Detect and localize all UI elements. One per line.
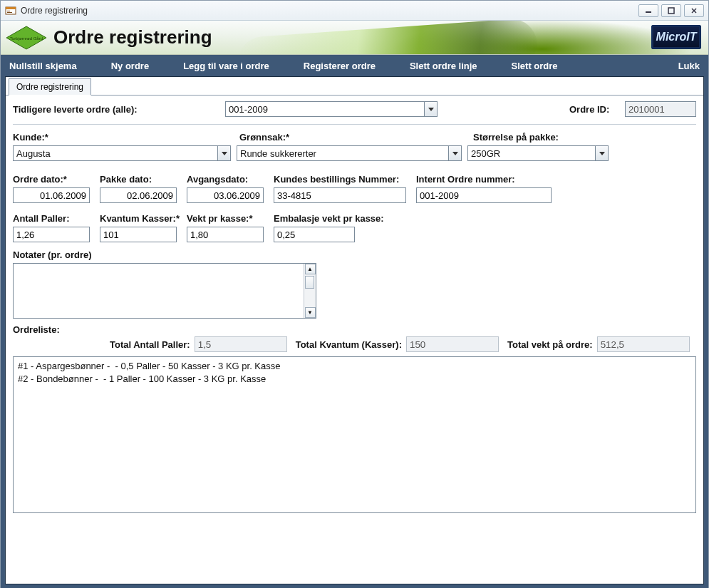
storrelse-label: Størrelse på pakke: — [473, 132, 559, 143]
totals-row: Total Antall Paller: Total Kvantum (Kass… — [13, 336, 696, 352]
embalasje-label: Embalasje vekt pr kasse: — [274, 213, 384, 224]
notater-label: Notater (pr. ordre) — [13, 249, 92, 260]
window: Ordre registrering Torbjørnrød Gård Ordr… — [0, 0, 709, 588]
svg-rect-4 — [646, 11, 651, 13]
page-title: Ordre registrering — [53, 26, 212, 48]
tidligere-select[interactable]: 001-2009 — [225, 101, 438, 117]
storrelse-value: 250GR — [468, 148, 595, 159]
ordredato-field[interactable] — [13, 187, 90, 203]
brand-logo: MicroIT — [651, 25, 701, 49]
pakkedato-field[interactable] — [100, 187, 177, 203]
paller-field[interactable] — [13, 227, 90, 242]
kvantum-field[interactable] — [100, 227, 177, 242]
chevron-down-icon[interactable] — [424, 102, 437, 116]
paller-label: Antall Paller: — [13, 213, 90, 224]
logo-text: Torbjørnrød Gård — [10, 36, 43, 41]
best-field[interactable] — [274, 187, 406, 203]
maximize-button[interactable] — [661, 4, 681, 17]
svg-rect-1 — [6, 7, 16, 9]
gronnsak-select[interactable]: Runde sukkererter — [237, 145, 462, 161]
tot-paller-field — [195, 336, 287, 352]
vekt-label: Vekt pr kasse:* — [187, 213, 264, 224]
titlebar: Ordre registrering — [1, 1, 708, 21]
orderlist-box[interactable]: #1 - Aspargesbønner - - 0,5 Paller - 50 … — [13, 356, 696, 513]
kunde-label: Kunde:* — [13, 132, 234, 143]
chevron-down-icon[interactable] — [595, 146, 608, 160]
registerer-ordre-button[interactable]: Registerer ordre — [304, 61, 376, 71]
scroll-thumb[interactable] — [305, 276, 314, 289]
ordreid-field — [625, 101, 696, 117]
ordreid-label: Ordre ID: — [569, 104, 619, 115]
pakkedato-label: Pakke dato: — [100, 174, 177, 185]
internt-label: Internt Ordre nummer: — [416, 174, 515, 185]
chevron-down-icon[interactable] — [217, 146, 230, 160]
gronnsak-value: Runde sukkererter — [237, 148, 448, 159]
form-area: Tidligere leverte ordre (alle): 001-2009… — [6, 96, 703, 520]
tab-strip: Ordre registrering — [6, 77, 703, 96]
avgangsdato-field[interactable] — [187, 187, 264, 203]
tidligere-label: Tidligere leverte ordre (alle): — [13, 104, 219, 115]
list-item[interactable]: #2 - Bondebønner - - 1 Paller - 100 Kass… — [18, 373, 691, 386]
vekt-field[interactable] — [187, 227, 264, 242]
scroll-up-icon[interactable]: ▲ — [305, 264, 316, 274]
frame-wrap: Ordre registrering Tidligere leverte ord… — [1, 76, 708, 588]
app-icon — [5, 5, 16, 16]
minimize-button[interactable] — [638, 4, 658, 17]
scroll-down-icon[interactable]: ▼ — [305, 307, 316, 318]
svg-rect-5 — [668, 8, 674, 14]
window-title: Ordre registrering — [21, 6, 88, 16]
chevron-down-icon[interactable] — [448, 146, 461, 160]
tot-vekt-label: Total vekt på ordre: — [507, 339, 593, 350]
banner: Torbjørnrød Gård Ordre registrering Micr… — [1, 21, 708, 55]
divider — [13, 124, 696, 125]
ordreliste-label: Ordreliste: — [13, 324, 696, 335]
kunde-value: Augusta — [14, 148, 217, 159]
tot-kvantum-field — [406, 336, 499, 352]
legg-til-vare-button[interactable]: Legg til vare i ordre — [183, 61, 269, 71]
content-frame: Ordre registrering Tidligere leverte ord… — [5, 76, 704, 584]
internt-field[interactable] — [416, 187, 552, 203]
embalasje-field[interactable] — [274, 227, 355, 242]
lukk-button[interactable]: Lukk — [678, 61, 700, 71]
gronnsak-label: Grønnsak:* — [239, 132, 467, 143]
storrelse-select[interactable]: 250GR — [467, 145, 609, 161]
svg-rect-2 — [7, 11, 10, 11]
tab-ordre-registrering[interactable]: Ordre registrering — [9, 78, 91, 96]
ordredato-label: Ordre dato:* — [13, 174, 90, 185]
kunde-select[interactable]: Augusta — [13, 145, 231, 161]
slett-ordre-button[interactable]: Slett ordre — [512, 61, 558, 71]
close-button[interactable] — [684, 4, 704, 17]
best-label: Kundes bestillings Nummer: — [274, 174, 406, 185]
tot-paller-label: Total Antall Paller: — [110, 339, 190, 350]
tidligere-value: 001-2009 — [226, 104, 424, 115]
avgangsdato-label: Avgangsdato: — [187, 174, 264, 185]
ny-ordre-button[interactable]: Ny ordre — [111, 61, 149, 71]
notes-scrollbar[interactable]: ▲ ▼ — [304, 264, 316, 318]
kvantum-label: Kvantum Kasser:* — [100, 213, 177, 224]
notater-textarea[interactable]: ▲ ▼ — [13, 263, 316, 319]
slett-ordre-linje-button[interactable]: Slett ordre linje — [410, 61, 477, 71]
tot-kvantum-label: Total Kvantum (Kasser): — [296, 339, 402, 350]
logo-icon: Torbjørnrød Gård — [5, 25, 48, 51]
list-item[interactable]: #1 - Aspargesbønner - - 0,5 Paller - 50 … — [18, 360, 691, 373]
tot-vekt-field — [597, 336, 690, 352]
toolbar: Nullstill skjema Ny ordre Legg til vare … — [1, 55, 708, 76]
svg-rect-3 — [7, 12, 12, 13]
nullstill-button[interactable]: Nullstill skjema — [9, 61, 77, 71]
